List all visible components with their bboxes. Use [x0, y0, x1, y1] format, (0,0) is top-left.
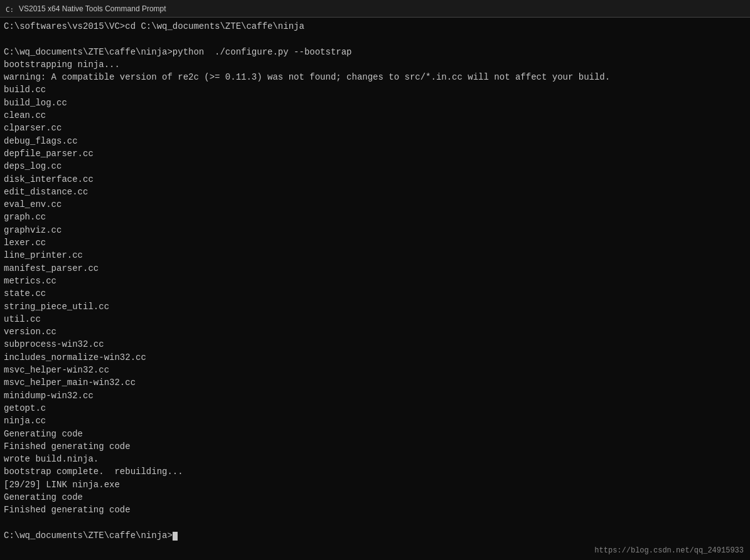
terminal-line: C:\wq_documents\ZTE\caffe\ninja>: [4, 529, 746, 542]
terminal-line: deps_log.cc: [4, 160, 746, 172]
terminal-line: line_printer.cc: [4, 249, 746, 262]
terminal-line: wrote build.ninja.: [4, 453, 746, 465]
terminal-line: eval_env.cc: [4, 198, 746, 211]
terminal-cursor: [173, 532, 178, 541]
terminal-line: bootstrapping ninja...: [4, 58, 746, 71]
terminal-line: Generating code: [4, 428, 746, 440]
terminal-line: metrics.cc: [4, 275, 746, 287]
terminal-line: Finished generating code: [4, 504, 746, 516]
terminal-line: bootstrap complete. rebuilding...: [4, 465, 746, 478]
terminal-line: [4, 517, 746, 529]
terminal-line: Finished generating code: [4, 440, 746, 453]
title-bar: C: VS2015 x64 Native Tools Command Promp…: [0, 0, 750, 18]
terminal-body: C:\softwares\vs2015\VC>cd C:\wq_document…: [0, 18, 750, 560]
terminal-line: ninja.cc: [4, 415, 746, 427]
terminal-line: clean.cc: [4, 109, 746, 122]
terminal-line: clparser.cc: [4, 122, 746, 134]
terminal-line: manifest_parser.cc: [4, 262, 746, 275]
terminal-line: minidump-win32.cc: [4, 389, 746, 402]
terminal-line: subprocess-win32.cc: [4, 338, 746, 351]
footer-link[interactable]: https://blog.csdn.net/qq_24915933: [594, 546, 744, 556]
svg-text:C:: C:: [6, 6, 14, 14]
terminal-line: disk_interface.cc: [4, 173, 746, 186]
terminal-line: build_log.cc: [4, 97, 746, 109]
window-title: VS2015 x64 Native Tools Command Prompt: [19, 4, 166, 13]
terminal-line: graphviz.cc: [4, 224, 746, 236]
cmd-icon: C:: [5, 4, 15, 14]
terminal-line: warning: A compatible version of re2c (>…: [4, 71, 746, 83]
terminal-line: [4, 33, 746, 45]
terminal-line: getopt.c: [4, 402, 746, 415]
terminal-line: depfile_parser.cc: [4, 147, 746, 160]
terminal-line: [29/29] LINK ninja.exe: [4, 478, 746, 491]
terminal-line: lexer.cc: [4, 236, 746, 249]
terminal-line: debug_flags.cc: [4, 135, 746, 147]
terminal-line: msvc_helper_main-win32.cc: [4, 376, 746, 389]
terminal-line: util.cc: [4, 313, 746, 325]
terminal-content: C:\softwares\vs2015\VC>cd C:\wq_document…: [4, 20, 746, 542]
terminal-line: edit_distance.cc: [4, 186, 746, 198]
terminal-line: Generating code: [4, 491, 746, 504]
terminal-line: msvc_helper-win32.cc: [4, 364, 746, 376]
terminal-line: version.cc: [4, 325, 746, 338]
terminal-line: C:\softwares\vs2015\VC>cd C:\wq_document…: [4, 20, 746, 33]
terminal-line: state.cc: [4, 287, 746, 300]
terminal-line: string_piece_util.cc: [4, 300, 746, 313]
terminal-line: includes_normalize-win32.cc: [4, 351, 746, 364]
terminal-line: build.cc: [4, 83, 746, 96]
terminal-line: C:\wq_documents\ZTE\caffe\ninja>python .…: [4, 46, 746, 58]
terminal-line: graph.cc: [4, 211, 746, 223]
